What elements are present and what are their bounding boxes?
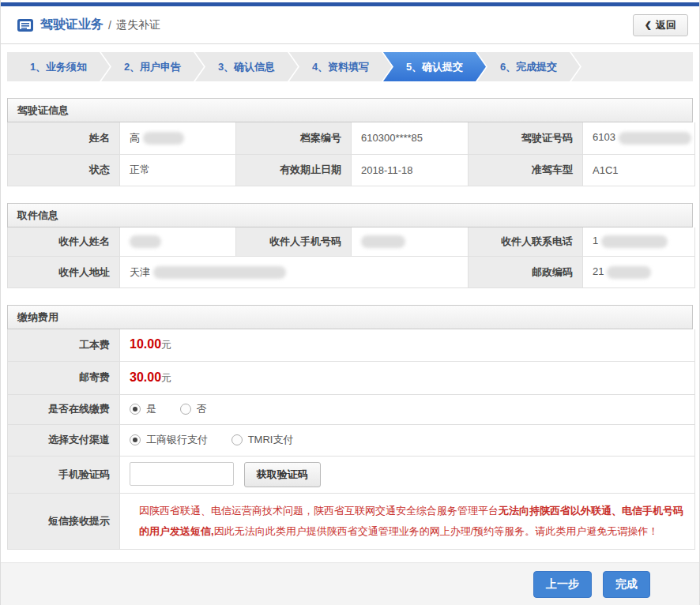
table-row: 邮寄费 30.00元	[8, 361, 695, 394]
radio-selected-icon[interactable]	[130, 434, 141, 445]
pickup-info-section: 取件信息 收件人姓名 收件人手机号码 收件人联系电话 1 收件人地址 天津 邮政…	[7, 203, 693, 289]
step-2-user-declaration: 2、用户申告	[101, 52, 204, 81]
expiry-label: 有效期止日期	[236, 154, 352, 186]
vehicle-type-label: 准驾车型	[469, 154, 583, 186]
form-list-icon	[17, 18, 34, 32]
recipient-address-label: 收件人地址	[8, 257, 120, 288]
pickup-info-table: 收件人姓名 收件人手机号码 收件人联系电话 1 收件人地址 天津 邮政编码 21	[7, 227, 695, 289]
recipient-mobile-value	[352, 227, 469, 257]
zip-code-label: 邮政编码	[469, 257, 583, 288]
step-label: 6、完成提交	[500, 60, 557, 74]
pay-channel-options: 工商银行支付 TMRI支付	[120, 424, 695, 456]
license-no-label: 驾驶证号码	[469, 122, 583, 154]
redacted-text	[143, 132, 184, 145]
phone-text: 1	[593, 235, 598, 246]
sms-code-field-cell: 获取验证码	[120, 456, 695, 493]
online-pay-yes-label: 是	[146, 402, 156, 416]
file-no-value: 610300****85	[352, 122, 469, 154]
work-fee-label: 工本费	[8, 329, 120, 361]
back-chevron-icon: ❮	[645, 20, 652, 30]
name-value: 高	[120, 122, 236, 154]
online-pay-label: 是否在线缴费	[8, 394, 120, 424]
status-value: 正常	[120, 154, 236, 186]
recipient-address-value: 天津	[120, 257, 469, 288]
post-fee-amount: 30.00	[130, 370, 161, 384]
online-pay-no-label: 否	[197, 402, 207, 416]
step-bar-filler	[571, 52, 693, 81]
get-sms-code-button[interactable]: 获取验证码	[244, 462, 321, 487]
address-text: 天津	[130, 266, 150, 278]
back-button[interactable]: ❮ 返回	[633, 14, 688, 36]
table-row: 收件人姓名 收件人手机号码 收件人联系电话 1	[8, 227, 695, 257]
license-info-section: 驾驶证信息 姓名 高 档案编号 610300****85 驾驶证号码 6103 …	[7, 98, 693, 186]
sms-notice-cell: 因陕西省联通、电信运营商技术问题，陕西省互联网交通安全综合服务管理平台无法向持陕…	[120, 493, 695, 549]
sms-notice-label: 短信接收提示	[8, 493, 120, 549]
radio-unselected-icon[interactable]	[231, 434, 243, 445]
finish-button[interactable]: 完成	[603, 571, 650, 598]
license-section-title: 驾驶证信息	[7, 98, 693, 122]
online-pay-yes-option[interactable]: 是	[130, 402, 156, 416]
channel-tmri-label: TMRI支付	[248, 433, 294, 447]
channel-tmri-option[interactable]: TMRI支付	[231, 433, 294, 447]
footer-action-bar: 上一步 完成	[1, 562, 699, 605]
work-fee-value: 10.00元	[120, 329, 695, 361]
sms-code-label: 手机验证码	[8, 456, 120, 493]
name-label: 姓名	[8, 122, 120, 154]
previous-step-button[interactable]: 上一步	[533, 571, 592, 598]
channel-icbc-option[interactable]: 工商银行支付	[130, 433, 208, 447]
redacted-text	[130, 235, 161, 248]
fees-section: 缴纳费用 工本费 10.00元 邮寄费 30.00元 是否在线缴费 是 否 选择…	[7, 305, 693, 550]
status-label: 状态	[8, 154, 120, 186]
breadcrumb-current: 遗失补证	[116, 18, 160, 32]
zip-code-value: 21	[583, 257, 695, 288]
table-row: 状态 正常 有效期止日期 2018-11-18 准驾车型 A1C1	[8, 154, 695, 186]
step-5-confirm-submit-active: 5、确认提交	[383, 52, 486, 81]
sms-code-input[interactable]	[130, 462, 234, 486]
step-6-finish-submit: 6、完成提交	[477, 52, 580, 81]
step-label: 1、业务须知	[30, 60, 87, 74]
online-pay-options: 是 否	[120, 394, 695, 424]
license-info-table: 姓名 高 档案编号 610300****85 驾驶证号码 6103 状态 正常 …	[7, 122, 695, 186]
redacted-text	[601, 235, 668, 248]
table-row: 短信接收提示 因陕西省联通、电信运营商技术问题，陕西省互联网交通安全综合服务管理…	[8, 493, 695, 549]
pay-channel-label: 选择支付渠道	[8, 424, 120, 456]
post-fee-value: 30.00元	[120, 361, 695, 394]
name-text: 高	[130, 132, 140, 144]
online-pay-no-option[interactable]: 否	[180, 402, 207, 416]
redacted-text	[361, 235, 405, 248]
step-1-business-notes: 1、业务须知	[7, 52, 110, 81]
fees-table: 工本费 10.00元 邮寄费 30.00元 是否在线缴费 是 否 选择支付渠道 …	[7, 329, 695, 550]
header: 驾驶证业务 / 遗失补证 ❮ 返回	[1, 6, 699, 44]
fees-section-title: 缴纳费用	[7, 305, 693, 329]
radio-unselected-icon[interactable]	[180, 404, 191, 415]
page-title: 驾驶证业务	[40, 17, 103, 33]
step-progress-bar: 1、业务须知 2、用户申告 3、确认信息 4、资料填写 5、确认提交 6、完成提…	[7, 52, 693, 81]
page: 驾驶证业务 / 遗失补证 ❮ 返回 1、业务须知 2、用户申告 3、确认信息 4…	[0, 0, 700, 605]
currency-unit: 元	[161, 339, 171, 351]
table-row: 收件人地址 天津 邮政编码 21	[8, 257, 695, 288]
file-no-label: 档案编号	[236, 122, 352, 154]
post-fee-label: 邮寄费	[8, 361, 120, 394]
notice-part-2: 因此无法向此类用户提供陕西省交通管理业务的网上办理/预约等服务。请此类用户避免无…	[214, 525, 659, 537]
recipient-name-value	[120, 227, 236, 257]
work-fee-amount: 10.00	[130, 337, 161, 351]
zip-text: 21	[593, 265, 604, 277]
table-row: 选择支付渠道 工商银行支付 TMRI支付	[8, 424, 695, 456]
back-button-label: 返回	[656, 18, 676, 32]
table-row: 姓名 高 档案编号 610300****85 驾驶证号码 6103	[8, 122, 695, 154]
recipient-mobile-label: 收件人手机号码	[236, 227, 352, 257]
step-label: 3、确认信息	[218, 60, 275, 74]
sms-notice-text: 因陕西省联通、电信运营商技术问题，陕西省互联网交通安全综合服务管理平台无法向持陕…	[130, 494, 694, 548]
step-label: 4、资料填写	[312, 60, 369, 74]
step-3-confirm-info: 3、确认信息	[195, 52, 298, 81]
step-4-fill-data: 4、资料填写	[289, 52, 392, 81]
recipient-name-label: 收件人姓名	[8, 227, 120, 257]
notice-part-1: 因陕西省联通、电信运营商技术问题，陕西省互联网交通安全综合服务管理平台	[139, 505, 499, 517]
channel-icbc-label: 工商银行支付	[146, 433, 208, 447]
table-row: 工本费 10.00元	[8, 329, 695, 361]
redacted-text	[607, 266, 651, 279]
breadcrumb-separator: /	[108, 19, 111, 32]
license-no-value: 6103	[583, 122, 695, 154]
redacted-text	[153, 266, 286, 279]
radio-selected-icon[interactable]	[130, 404, 141, 415]
